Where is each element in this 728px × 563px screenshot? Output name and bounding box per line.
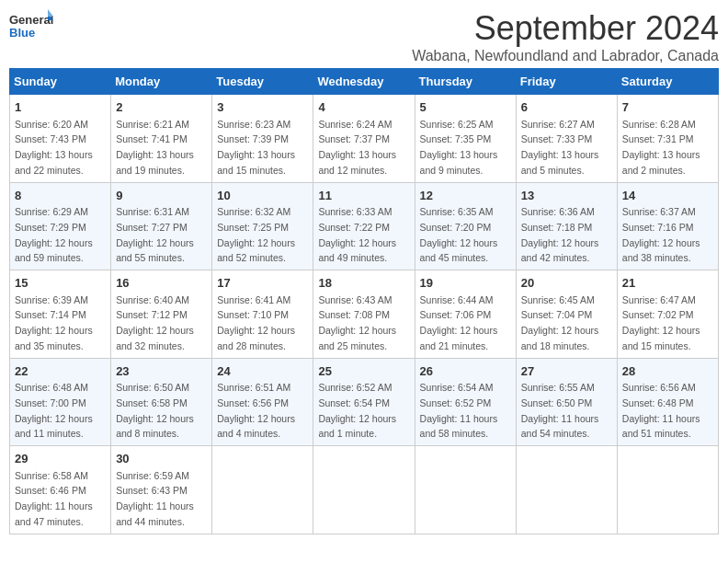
sunset: Sunset: 7:39 PM	[217, 133, 289, 144]
weekday-header-row: Sunday Monday Tuesday Wednesday Thursday…	[10, 69, 719, 95]
calendar-cell	[212, 446, 313, 534]
day-number: 29	[15, 450, 106, 468]
calendar-cell: 11 Sunrise: 6:33 AM Sunset: 7:22 PM Dayl…	[313, 182, 415, 270]
daylight-label: Daylight: 12 hours and 25 minutes.	[318, 325, 396, 351]
day-number: 8	[15, 187, 106, 205]
sunrise: Sunrise: 6:32 AM	[217, 206, 290, 217]
day-number: 4	[318, 98, 409, 117]
sunset: Sunset: 7:25 PM	[217, 222, 289, 233]
sunrise: Sunrise: 6:27 AM	[521, 119, 595, 130]
sunset: Sunset: 7:06 PM	[420, 309, 492, 320]
title-block: September 2024 Wabana, Newfoundland and …	[412, 9, 719, 64]
daylight-label: Daylight: 12 hours and 4 minutes.	[217, 413, 295, 440]
day-number: 13	[521, 187, 612, 205]
sunrise: Sunrise: 6:45 AM	[521, 294, 595, 305]
sunset: Sunset: 7:10 PM	[217, 309, 289, 320]
calendar-row: 15 Sunrise: 6:39 AM Sunset: 7:14 PM Dayl…	[10, 270, 719, 359]
day-number: 15	[15, 274, 106, 293]
calendar-cell: 30 Sunrise: 6:59 AM Sunset: 6:43 PM Dayl…	[111, 446, 212, 534]
header-saturday: Saturday	[617, 69, 718, 95]
daylight-label: Daylight: 13 hours and 12 minutes.	[318, 149, 396, 176]
header-thursday: Thursday	[415, 69, 516, 95]
daylight-label: Daylight: 13 hours and 2 minutes.	[622, 149, 700, 176]
day-number: 3	[217, 98, 308, 117]
daylight-label: Daylight: 12 hours and 21 minutes.	[420, 325, 498, 351]
logo-svg: General Blue	[9, 9, 53, 53]
calendar-cell	[516, 446, 617, 534]
daylight-label: Daylight: 13 hours and 22 minutes.	[15, 149, 93, 176]
daylight-label: Daylight: 12 hours and 52 minutes.	[217, 237, 295, 264]
svg-text:General: General	[9, 13, 53, 27]
daylight-label: Daylight: 13 hours and 5 minutes.	[521, 149, 599, 176]
calendar-cell: 20 Sunrise: 6:45 AM Sunset: 7:04 PM Dayl…	[516, 270, 617, 359]
sunrise: Sunrise: 6:48 AM	[15, 382, 88, 393]
logo: General Blue	[9, 9, 53, 53]
sunrise: Sunrise: 6:41 AM	[217, 294, 290, 305]
sunset: Sunset: 6:43 PM	[116, 485, 188, 496]
calendar-cell: 5 Sunrise: 6:25 AM Sunset: 7:35 PM Dayli…	[415, 95, 516, 183]
sunset: Sunset: 7:43 PM	[15, 133, 86, 144]
calendar-cell: 1 Sunrise: 6:20 AM Sunset: 7:43 PM Dayli…	[10, 95, 111, 183]
sunset: Sunset: 6:56 PM	[217, 397, 289, 408]
daylight-label: Daylight: 11 hours and 51 minutes.	[622, 413, 700, 440]
sunset: Sunset: 7:20 PM	[420, 222, 492, 233]
daylight-label: Daylight: 13 hours and 9 minutes.	[420, 149, 498, 176]
daylight-label: Daylight: 11 hours and 54 minutes.	[521, 413, 599, 440]
sunrise: Sunrise: 6:47 AM	[622, 294, 696, 305]
day-number: 16	[116, 274, 207, 293]
day-number: 25	[318, 362, 409, 381]
sunrise: Sunrise: 6:54 AM	[420, 382, 494, 393]
sunset: Sunset: 7:12 PM	[116, 309, 188, 320]
daylight-label: Daylight: 13 hours and 19 minutes.	[116, 149, 194, 176]
day-number: 22	[15, 362, 106, 381]
calendar-cell: 22 Sunrise: 6:48 AM Sunset: 7:00 PM Dayl…	[10, 358, 111, 446]
calendar-cell: 9 Sunrise: 6:31 AM Sunset: 7:27 PM Dayli…	[111, 182, 212, 270]
calendar-cell: 17 Sunrise: 6:41 AM Sunset: 7:10 PM Dayl…	[212, 270, 313, 359]
sunrise: Sunrise: 6:35 AM	[420, 206, 494, 217]
calendar-cell: 13 Sunrise: 6:36 AM Sunset: 7:18 PM Dayl…	[516, 182, 617, 270]
sunrise: Sunrise: 6:21 AM	[116, 119, 189, 130]
calendar-cell: 24 Sunrise: 6:51 AM Sunset: 6:56 PM Dayl…	[212, 358, 313, 446]
calendar-cell: 4 Sunrise: 6:24 AM Sunset: 7:37 PM Dayli…	[313, 95, 415, 183]
sunrise: Sunrise: 6:36 AM	[521, 206, 595, 217]
page-header: General Blue September 2024 Wabana, Newf…	[9, 9, 719, 64]
sunset: Sunset: 7:31 PM	[622, 133, 694, 144]
sunset: Sunset: 6:46 PM	[15, 485, 86, 496]
daylight-label: Daylight: 12 hours and 18 minutes.	[521, 325, 599, 351]
day-number: 17	[217, 274, 308, 293]
calendar-cell: 3 Sunrise: 6:23 AM Sunset: 7:39 PM Dayli…	[212, 95, 313, 183]
calendar-cell: 25 Sunrise: 6:52 AM Sunset: 6:54 PM Dayl…	[313, 358, 415, 446]
sunset: Sunset: 7:29 PM	[15, 222, 86, 233]
daylight-label: Daylight: 12 hours and 15 minutes.	[622, 325, 700, 351]
daylight-label: Daylight: 13 hours and 15 minutes.	[217, 149, 295, 176]
sunset: Sunset: 6:48 PM	[622, 397, 694, 408]
daylight-label: Daylight: 12 hours and 59 minutes.	[15, 237, 93, 264]
sunrise: Sunrise: 6:28 AM	[622, 119, 696, 130]
sunset: Sunset: 7:14 PM	[15, 309, 86, 320]
sunset: Sunset: 7:41 PM	[116, 133, 188, 144]
sunrise: Sunrise: 6:24 AM	[318, 119, 392, 130]
calendar-cell: 14 Sunrise: 6:37 AM Sunset: 7:16 PM Dayl…	[617, 182, 718, 270]
sunrise: Sunrise: 6:20 AM	[15, 119, 88, 130]
day-number: 10	[217, 187, 308, 205]
sunset: Sunset: 7:37 PM	[318, 133, 390, 144]
sunrise: Sunrise: 6:55 AM	[521, 382, 595, 393]
daylight-label: Daylight: 12 hours and 28 minutes.	[217, 325, 295, 351]
calendar-row: 29 Sunrise: 6:58 AM Sunset: 6:46 PM Dayl…	[10, 446, 719, 534]
sunset: Sunset: 7:35 PM	[420, 133, 492, 144]
sunset: Sunset: 7:22 PM	[318, 222, 390, 233]
sunset: Sunset: 6:54 PM	[318, 397, 390, 408]
sunrise: Sunrise: 6:59 AM	[116, 470, 189, 481]
day-number: 6	[521, 98, 612, 117]
calendar-cell	[313, 446, 415, 534]
sunrise: Sunrise: 6:25 AM	[420, 119, 494, 130]
svg-text:Blue: Blue	[9, 26, 35, 40]
calendar-cell: 16 Sunrise: 6:40 AM Sunset: 7:12 PM Dayl…	[111, 270, 212, 359]
calendar-cell: 27 Sunrise: 6:55 AM Sunset: 6:50 PM Dayl…	[516, 358, 617, 446]
sunset: Sunset: 7:16 PM	[622, 222, 694, 233]
calendar-cell: 2 Sunrise: 6:21 AM Sunset: 7:41 PM Dayli…	[111, 95, 212, 183]
day-number: 9	[116, 187, 207, 205]
day-number: 28	[622, 362, 713, 381]
calendar-cell	[415, 446, 516, 534]
header-friday: Friday	[516, 69, 617, 95]
